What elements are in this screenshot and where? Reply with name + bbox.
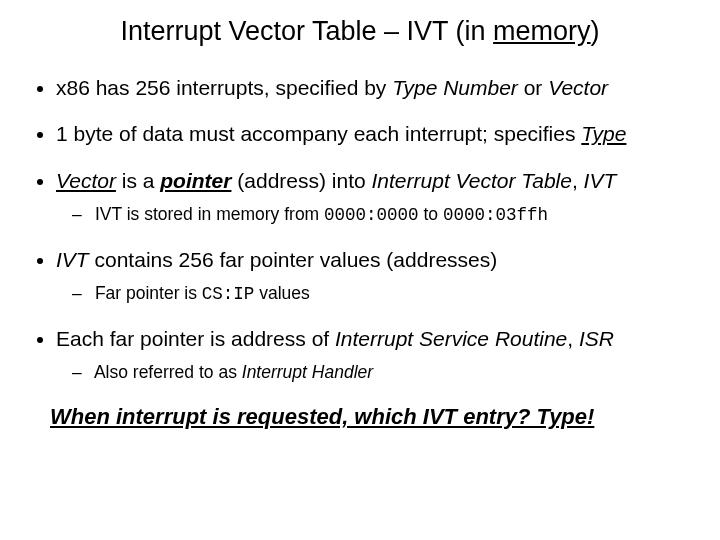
b5s-ih: Interrupt Handler (242, 362, 373, 382)
b5-isr-short: ISR (579, 327, 614, 350)
b4s-a: Far pointer is (95, 283, 202, 303)
b5-a: Each far pointer is address of (56, 327, 335, 350)
b1-text: x86 has 256 interrupts, specified by (56, 76, 392, 99)
b3-comma: , (572, 169, 584, 192)
b5-isr-long: Interrupt Service Routine (335, 327, 567, 350)
title-text-post: ) (591, 16, 600, 46)
b3-ivt-short: IVT (584, 169, 617, 192)
b3s-text: IVT is stored in memory from (95, 204, 324, 224)
bullet-5: Each far pointer is address of Interrupt… (56, 326, 690, 384)
slide: Interrupt Vector Table – IVT (in memory)… (0, 0, 720, 540)
bullet-4-sub-1: Far pointer is CS:IP values (76, 283, 690, 306)
b1-type-number: Type Number (392, 76, 518, 99)
bullet-3-sub: IVT is stored in memory from 0000:0000 t… (56, 204, 690, 227)
b5s-a: Also referred to as (94, 362, 242, 382)
b2-text: 1 byte of data must accompany each inter… (56, 122, 581, 145)
b4s-b: values (254, 283, 309, 303)
bullet-2: 1 byte of data must accompany each inter… (56, 121, 690, 147)
bullet-1: x86 has 256 interrupts, specified by Typ… (56, 75, 690, 101)
b2-type: Type (581, 122, 626, 145)
b4s-csip: CS:IP (202, 284, 255, 304)
b4-rest: contains 256 far pointer values (address… (89, 248, 498, 271)
bullet-4-sub: Far pointer is CS:IP values (56, 283, 690, 306)
bullet-4: IVT contains 256 far pointer values (add… (56, 247, 690, 306)
title-text-pre: Interrupt Vector Table – IVT (in (120, 16, 493, 46)
b3s-range-end: 0000:03ffh (443, 205, 548, 225)
b4-ivt: IVT (56, 248, 89, 271)
bullet-5-sub-1: Also referred to as Interrupt Handler (76, 362, 690, 384)
b3-pointer: pointer (160, 169, 231, 192)
b1-or: or (518, 76, 548, 99)
b3-vector: Vector (56, 169, 116, 192)
b3s-range-start: 0000:0000 (324, 205, 419, 225)
closing-line: When interrupt is requested, which IVT e… (50, 404, 690, 430)
title-memory: memory (493, 16, 591, 46)
bullet-3: Vector is a pointer (address) into Inter… (56, 168, 690, 227)
bullet-3-sub-1: IVT is stored in memory from 0000:0000 t… (76, 204, 690, 227)
b3s-to: to (419, 204, 443, 224)
slide-title: Interrupt Vector Table – IVT (in memory) (30, 16, 690, 47)
b5-comma: , (567, 327, 579, 350)
b1-vector: Vector (548, 76, 608, 99)
b3-mid: is a (116, 169, 160, 192)
b3-into: (address) into (231, 169, 371, 192)
bullet-list: x86 has 256 interrupts, specified by Typ… (30, 75, 690, 384)
bullet-5-sub: Also referred to as Interrupt Handler (56, 362, 690, 384)
b3-ivt-long: Interrupt Vector Table (372, 169, 572, 192)
